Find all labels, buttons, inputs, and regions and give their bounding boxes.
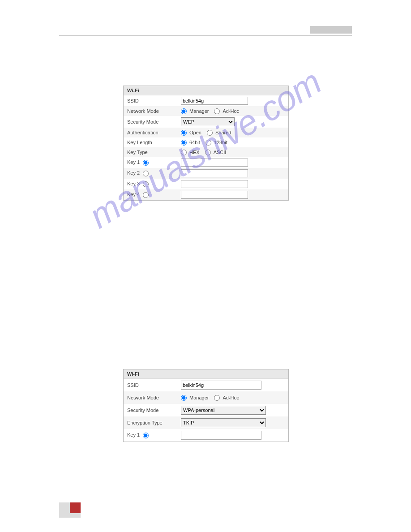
authentication-label: Authentication <box>127 130 181 135</box>
panel-title: Wi-Fi <box>124 86 288 95</box>
security-mode-select[interactable]: WEP <box>181 117 235 126</box>
encryption-type-label: Encryption Type <box>127 420 181 425</box>
network-mode-manager-radio[interactable] <box>181 395 187 401</box>
key1-label: Key 1 <box>127 159 140 165</box>
key1-select-radio[interactable] <box>143 160 149 166</box>
key-length-64-radio[interactable] <box>181 140 187 146</box>
ssid-label: SSID <box>127 98 181 103</box>
wifi-wpa-panel: Wi-Fi SSID Network Mode Manager Ad-Hoc S… <box>123 369 289 442</box>
key4-input[interactable] <box>181 191 248 199</box>
ssid-label: SSID <box>127 382 181 388</box>
network-mode-manager-radio[interactable] <box>181 108 187 114</box>
key4-label: Key 4 <box>127 192 140 197</box>
network-mode-adhoc-text: Ad-Hoc <box>223 108 239 114</box>
key-type-hex-radio[interactable] <box>181 150 187 155</box>
footer-decoration <box>59 502 81 513</box>
auth-shared-radio[interactable] <box>207 130 213 136</box>
key-length-128-radio[interactable] <box>206 140 211 146</box>
key-length-128-text: 128bit <box>214 140 227 145</box>
key1-select-radio[interactable] <box>143 433 149 438</box>
key2-input[interactable] <box>181 169 248 177</box>
network-mode-adhoc-radio[interactable] <box>214 395 220 401</box>
key-length-64-text: 64bit <box>189 140 200 145</box>
network-mode-adhoc-radio[interactable] <box>214 108 220 114</box>
key1-label: Key 1 <box>127 432 140 438</box>
key-type-ascii-radio[interactable] <box>205 150 211 155</box>
auth-shared-text: Shared <box>215 130 231 135</box>
key2-select-radio[interactable] <box>143 171 149 176</box>
network-mode-label: Network Mode <box>127 108 181 114</box>
wifi-wep-panel: Wi-Fi SSID Network Mode Manager Ad-Hoc S… <box>123 86 289 201</box>
panel-title: Wi-Fi <box>124 369 288 379</box>
auth-open-text: Open <box>189 130 201 135</box>
key3-input[interactable] <box>181 180 248 188</box>
security-mode-label: Security Mode <box>127 119 181 124</box>
network-mode-adhoc-text: Ad-Hoc <box>223 395 239 400</box>
key3-select-radio[interactable] <box>143 181 149 187</box>
network-mode-label: Network Mode <box>127 395 181 400</box>
auth-open-radio[interactable] <box>181 130 187 136</box>
header-placeholder <box>310 26 352 34</box>
key-type-hex-text: HEX <box>189 150 200 155</box>
key1-input[interactable] <box>181 159 248 167</box>
key-length-label: Key Length <box>127 140 181 145</box>
key2-label: Key 2 <box>127 170 140 176</box>
key1-input[interactable] <box>181 431 261 440</box>
encryption-type-select[interactable]: TKIP <box>181 418 266 427</box>
ssid-input[interactable] <box>181 97 248 105</box>
network-mode-manager-text: Manager <box>189 395 209 400</box>
key-type-ascii-text: ASCII <box>214 150 227 155</box>
header-divider <box>59 35 352 35</box>
security-mode-label: Security Mode <box>127 408 181 413</box>
network-mode-manager-text: Manager <box>189 108 209 114</box>
key3-label: Key 3 <box>127 181 140 186</box>
key4-select-radio[interactable] <box>143 192 149 198</box>
ssid-input[interactable] <box>181 381 261 390</box>
key-type-label: Key Type <box>127 150 181 155</box>
security-mode-select[interactable]: WPA-personal <box>181 406 266 415</box>
